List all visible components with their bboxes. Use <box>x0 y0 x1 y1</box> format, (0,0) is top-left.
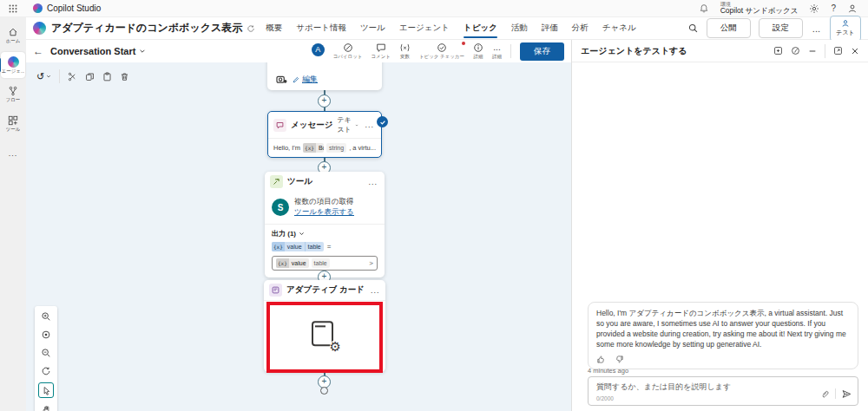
fit-view-button[interactable] <box>38 328 54 341</box>
activity-map-icon[interactable] <box>791 46 800 55</box>
trigger-settings-icon <box>276 75 287 84</box>
collaborator-avatar[interactable]: A <box>312 43 325 56</box>
edit-toolbar: ↺ <box>33 68 133 85</box>
node-more-icon[interactable]: ... <box>366 178 379 186</box>
zoom-out-button[interactable] <box>38 346 54 359</box>
tool-node-icon <box>270 175 283 188</box>
tab-analytics[interactable]: 分析 <box>572 17 589 39</box>
tool-node[interactable]: ツール ... S 複数の項目の取得 ツールを表示する 出力 (1) {x} <box>265 172 385 277</box>
variable-chip[interactable]: {x} Bot.Name <box>303 143 324 153</box>
copilot-studio-app: Copilot Studio 環境 Copilot サンドボックス ? ホーム <box>0 0 868 411</box>
fit-view-icon <box>41 329 51 340</box>
test-agent-panel: エージェントをテストする He <box>571 40 868 411</box>
expand-panel-icon[interactable] <box>833 46 843 55</box>
agent-nav-tabs: 概要 サポート情報 ツール エージェント トピック 活動 評価 分析 チャネル <box>266 17 636 39</box>
zoom-in-button[interactable] <box>38 310 54 323</box>
node-more-icon[interactable]: ... <box>363 121 376 129</box>
reset-zoom-button[interactable] <box>38 364 54 377</box>
publish-button[interactable]: 公開 <box>707 18 751 38</box>
agent-title: アダプティカードのコンボボックス表示 <box>51 21 242 36</box>
chevron-down-icon <box>299 231 305 237</box>
variables-icon <box>399 42 411 53</box>
send-icon[interactable] <box>841 388 852 399</box>
message-type-select[interactable]: テキスト <box>337 115 358 134</box>
output-variable-chip[interactable]: {x} value table <box>272 242 324 251</box>
output-value-input[interactable]: {x} value table > <box>272 256 378 271</box>
app-launcher-icon[interactable] <box>0 4 26 13</box>
chevron-down-icon[interactable] <box>139 48 146 55</box>
flow-icon <box>8 86 18 96</box>
topic-name[interactable]: Conversation Start <box>50 46 135 56</box>
adaptive-card-node[interactable]: アダプティブ カード ... ⚙ <box>264 280 385 372</box>
app-name[interactable]: Copilot Studio <box>47 3 101 13</box>
sync-icon[interactable] <box>247 24 255 33</box>
help-icon[interactable]: ? <box>831 3 836 13</box>
info-icon <box>473 42 483 53</box>
close-icon[interactable] <box>851 47 859 55</box>
message-text[interactable]: Hello, I'm {x} Bot.Name string , a virtu… <box>268 138 381 157</box>
account-person-icon[interactable] <box>847 3 858 14</box>
hand-icon <box>42 405 51 411</box>
new-chat-icon[interactable] <box>773 46 783 55</box>
tab-overview[interactable]: 概要 <box>266 17 282 39</box>
thumbs-down-icon[interactable] <box>615 355 624 364</box>
save-button[interactable]: 保存 <box>520 42 564 61</box>
cut-button[interactable] <box>68 72 77 82</box>
rail-item-tools[interactable]: ツール <box>1 111 25 137</box>
comment-icon <box>376 42 386 53</box>
delete-button[interactable] <box>120 72 129 82</box>
pan-tool-button[interactable] <box>38 403 54 411</box>
details-action[interactable]: 詳細 <box>473 42 483 60</box>
test-button[interactable]: テスト <box>830 16 861 42</box>
thumbs-up-icon[interactable] <box>596 355 606 364</box>
tab-agents[interactable]: エージェント <box>399 17 450 39</box>
chat-input[interactable]: 質問するか、または目的を説明します 0/2000 <box>588 376 858 406</box>
zoom-in-icon <box>41 311 51 322</box>
rail-item-home[interactable]: ホーム <box>1 23 25 49</box>
search-icon[interactable] <box>687 23 699 34</box>
tab-tools[interactable]: ツール <box>360 17 385 39</box>
tab-topics[interactable]: トピック <box>464 17 497 39</box>
topic-checker-action[interactable]: トピック チェッカー <box>419 42 464 60</box>
char-counter: 0/2000 <box>596 395 614 401</box>
rail-item-more[interactable]: ... <box>1 140 25 166</box>
settings-button[interactable]: 設定 <box>759 18 803 38</box>
rail-item-agents[interactable]: エージェ... <box>1 52 25 78</box>
selected-check-badge <box>377 116 388 127</box>
tab-activity[interactable]: 活動 <box>511 17 528 39</box>
more-actions[interactable]: ... 詳細 <box>492 42 502 60</box>
edit-link[interactable]: 編集 <box>293 74 318 85</box>
attach-paperclip-icon[interactable] <box>820 389 830 399</box>
copilot-action[interactable]: コパイロット <box>333 42 363 60</box>
message-node[interactable]: メッセージ テキスト ... Hello, I'm {x} Bot.Name s… <box>267 111 382 158</box>
select-tool-button[interactable] <box>38 382 54 398</box>
topic-checker-icon <box>437 42 447 53</box>
alert-dot <box>462 42 465 45</box>
left-navigation-rail: ホーム エージェ... フロー ツール ... <box>0 17 26 411</box>
notifications-bell-icon[interactable] <box>699 3 709 14</box>
tab-evaluation[interactable]: 評価 <box>542 17 558 39</box>
environment-picker[interactable]: 環境 Copilot サンドボックス <box>720 2 799 16</box>
authoring-canvas[interactable]: 編集 + メッセージ テキスト ... Hello, I'm <box>26 62 571 411</box>
undo-button[interactable]: ↺ <box>36 71 51 82</box>
back-arrow-icon[interactable]: ← <box>33 45 43 57</box>
trigger-node[interactable]: 編集 <box>267 62 382 90</box>
copy-button[interactable] <box>85 72 95 82</box>
paste-button[interactable] <box>102 72 112 82</box>
variables-action[interactable]: 変数 <box>399 42 411 60</box>
rail-item-flows[interactable]: フロー <box>1 82 25 108</box>
comment-action[interactable]: コメント <box>371 42 391 60</box>
tab-support-info[interactable]: サポート情報 <box>296 17 346 39</box>
add-node-button[interactable]: + <box>318 95 331 108</box>
header-more-icon[interactable]: ... <box>811 23 822 34</box>
variable-icon: {x} <box>272 242 285 251</box>
output-section-toggle[interactable]: 出力 (1) <box>272 229 378 238</box>
settings-gear-icon[interactable] <box>809 3 819 14</box>
collapse-dash-icon[interactable] <box>808 47 817 55</box>
copilot-studio-logo <box>33 3 43 13</box>
show-tool-link[interactable]: ツールを表示する <box>294 207 354 218</box>
chevron-right-icon[interactable]: > <box>369 259 373 267</box>
node-more-icon[interactable]: ... <box>369 286 382 295</box>
adaptive-card-preview[interactable]: ⚙ <box>264 300 385 369</box>
tab-channels[interactable]: チャネル <box>602 17 636 39</box>
